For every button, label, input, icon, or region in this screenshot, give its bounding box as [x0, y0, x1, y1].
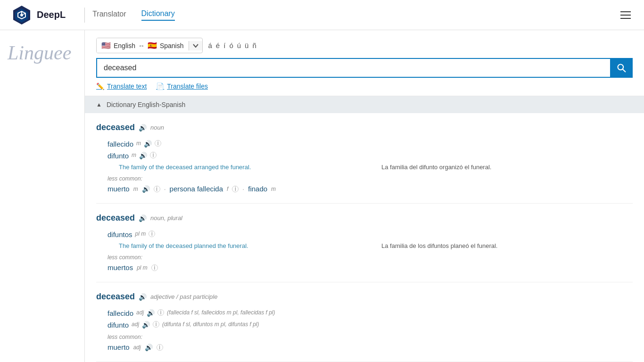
translation-difunto-1: difunto m 🔊 i	[96, 150, 633, 162]
special-char-e-acute[interactable]: é	[216, 41, 220, 49]
deepl-logo-text: DeepL	[37, 9, 66, 20]
word-entry-noun-plural: deceased 🔊 noun, plural difuntos pl m i …	[96, 204, 633, 282]
hamburger-menu-button[interactable]	[619, 9, 633, 21]
special-char-o-acute[interactable]: ó	[229, 41, 233, 49]
translation-word-difunto-adj: difunto	[107, 321, 129, 329]
special-char-i-acute[interactable]: í	[223, 41, 225, 49]
hamburger-line-1	[620, 11, 631, 12]
lc-muerto-gender-1: m	[133, 186, 138, 192]
svg-point-2	[20, 14, 23, 16]
audio-icon-1[interactable]: 🔊	[139, 124, 147, 132]
header-divider	[84, 8, 85, 23]
less-common-row-2: muertos pl m i	[96, 263, 633, 272]
lc-muerto-audio-1[interactable]: 🔊	[142, 185, 150, 193]
lc-finado: finado	[248, 185, 267, 193]
info-fallecido-adj[interactable]: i	[157, 309, 164, 316]
dictionary-section-header[interactable]: ▲ Dictionary English-Spanish	[85, 96, 644, 113]
info-difuntos[interactable]: i	[149, 230, 155, 237]
lang-dropdown-button[interactable]	[189, 41, 202, 50]
special-char-u-umlaut[interactable]: ü	[245, 41, 248, 49]
sidebar: Linguee	[0, 30, 85, 362]
entry3-word: deceased	[96, 292, 135, 302]
flag-english: 🇺🇸	[101, 41, 111, 50]
deepl-logo-icon	[11, 5, 32, 25]
gender-fallecido-adj: adj	[136, 309, 144, 316]
tab-dictionary[interactable]: Dictionary	[141, 9, 175, 21]
example-row-difunto-1: The family of the deceased arranged the …	[96, 162, 633, 173]
translate-links: ✏️ Translate text 📄 Translate files	[96, 82, 633, 90]
swap-icon: ↔	[138, 42, 145, 49]
gender-fallecido-1: m	[136, 140, 141, 147]
forms-difunto: (difunta f sl, difuntos m pl, difuntas f…	[162, 321, 259, 328]
word-heading-2: deceased 🔊 noun, plural	[96, 213, 633, 223]
lc-persona-info[interactable]: i	[232, 186, 239, 192]
translate-text-link[interactable]: ✏️ Translate text	[96, 82, 147, 90]
dictionary-section-title: Dictionary English-Spanish	[107, 101, 185, 108]
lang-selector-inner: 🇺🇸 English ↔ 🇪🇸 Spanish	[97, 38, 189, 53]
word-heading-1: deceased 🔊 noun	[96, 123, 633, 132]
special-char-n-tilde[interactable]: ñ	[252, 41, 256, 49]
translate-text-label: Translate text	[107, 82, 147, 90]
less-common-label-3: less common:	[96, 331, 633, 342]
lc-muertos-gender: pl m	[137, 264, 148, 271]
language-selector[interactable]: 🇺🇸 English ↔ 🇪🇸 Spanish	[96, 38, 203, 53]
svg-line-6	[623, 69, 625, 72]
less-common-label-2: less common:	[96, 251, 633, 263]
main-content: 🇺🇸 English ↔ 🇪🇸 Spanish á é	[85, 30, 644, 362]
translation-difuntos: difuntos pl m i	[96, 229, 633, 240]
dot-sep-2: ·	[242, 185, 244, 193]
search-button[interactable]	[610, 58, 633, 78]
lc-finado-gender: m	[271, 186, 276, 192]
less-common-row-1: muerto m 🔊 i · persona fallecida f i · f…	[96, 184, 633, 194]
word-entry-adjective: deceased 🔊 adjective / past participle f…	[96, 282, 633, 362]
hamburger-line-3	[620, 18, 631, 19]
flag-spanish: 🇪🇸	[148, 41, 157, 50]
audio-fallecido-adj[interactable]: 🔊	[147, 309, 155, 317]
header: DeepL Translator Dictionary	[0, 0, 644, 30]
linguee-logo: Linguee	[8, 41, 77, 64]
search-row	[96, 58, 633, 78]
lang-from-label: English	[114, 42, 135, 49]
lc-persona-gender: f	[227, 186, 228, 192]
lc-persona-fallecida: persona fallecida	[170, 185, 223, 193]
entry1-pos: noun	[150, 124, 164, 131]
lc-muerto-adj-info[interactable]: i	[157, 344, 163, 351]
tab-translator[interactable]: Translator	[92, 9, 126, 21]
special-char-a-acute[interactable]: á	[208, 41, 212, 49]
lc-muertos-info[interactable]: i	[151, 264, 158, 271]
nav-tabs: Translator Dictionary	[92, 9, 619, 21]
search-icon	[617, 63, 626, 73]
lc-muerto-1: muerto	[107, 185, 130, 193]
less-common-label-1: less common:	[96, 173, 633, 184]
gender-difuntos: pl m	[135, 230, 146, 237]
chevron-down-icon	[193, 44, 198, 48]
content-area: Linguee 🇺🇸 English ↔ 🇪🇸 Spanish	[0, 30, 644, 362]
entry1-word: deceased	[96, 123, 135, 132]
info-difunto-adj[interactable]: i	[153, 321, 159, 328]
search-input[interactable]	[96, 58, 610, 78]
info-difunto-1[interactable]: i	[150, 152, 157, 158]
lc-muerto-adj-audio[interactable]: 🔊	[145, 344, 153, 351]
special-char-u-acute[interactable]: ú	[237, 41, 241, 49]
translation-difunto-adj: difunto adj 🔊 i (difunta f sl, difuntos …	[96, 319, 633, 331]
audio-difunto-1[interactable]: 🔊	[139, 152, 147, 159]
gender-difunto-adj: adj	[132, 321, 139, 328]
lc-muertos: muertos	[107, 263, 133, 272]
audio-fallecido-1[interactable]: 🔊	[144, 140, 152, 148]
example-es-difuntos: La familia de los difuntos planeó el fun…	[381, 242, 633, 249]
word-heading-3: deceased 🔊 adjective / past participle	[96, 292, 633, 302]
dot-sep-1: ·	[164, 185, 166, 193]
entry2-pos: noun, plural	[150, 214, 182, 222]
entry2-word: deceased	[96, 213, 135, 223]
translation-word-difuntos: difuntos	[107, 230, 132, 239]
example-row-difuntos: The family of the deceased planned the f…	[96, 240, 633, 251]
audio-icon-3[interactable]: 🔊	[139, 293, 147, 301]
audio-difunto-adj[interactable]: 🔊	[142, 321, 150, 329]
audio-icon-2[interactable]: 🔊	[139, 214, 147, 222]
dictionary-results: deceased 🔊 noun fallecido m 🔊 i difunto …	[85, 113, 644, 362]
special-chars: á é í ó ú ü ñ	[208, 41, 256, 49]
translate-files-link[interactable]: 📄 Translate files	[156, 82, 208, 90]
info-fallecido-1[interactable]: i	[155, 140, 161, 147]
logo-area: DeepL	[11, 5, 66, 25]
lc-muerto-info-1[interactable]: i	[154, 186, 160, 192]
